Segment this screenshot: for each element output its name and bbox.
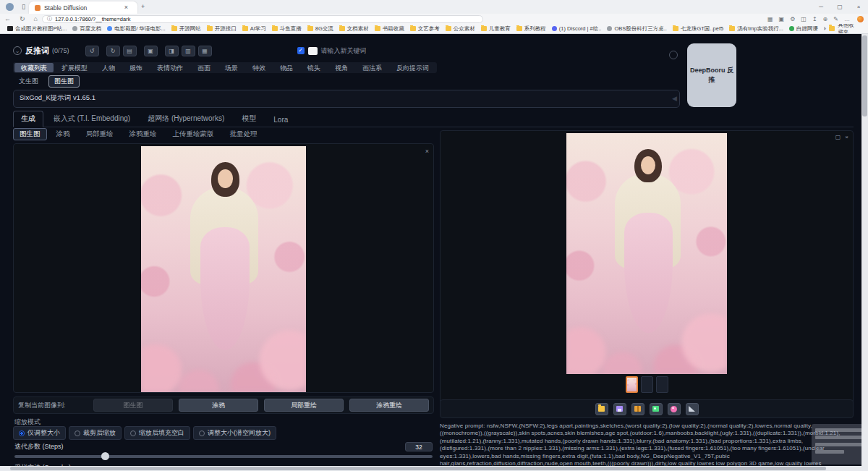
send-to-extras-button[interactable]	[686, 403, 699, 415]
refresh-icon[interactable]: ↻	[15, 15, 30, 22]
resize-mode-radio[interactable]: 调整大小(潜空间放大)	[193, 426, 276, 440]
horizontal-scrollbar-thumb[interactable]	[10, 467, 826, 470]
img2img-tab[interactable]: 涂鸦	[50, 128, 77, 140]
toolbar-action-icon[interactable]: ⚙	[787, 16, 798, 22]
main-tab[interactable]: 嵌入式 (T.I. Embedding)	[46, 111, 137, 127]
save-zip-button[interactable]	[631, 403, 644, 415]
prompt-tool-icon[interactable]: ▣	[144, 46, 158, 56]
category-tab[interactable]: 画面	[191, 63, 217, 72]
copy-target-button[interactable]: 涂鸦重绘	[349, 399, 429, 412]
copy-target-button[interactable]: 局部重绘	[264, 399, 344, 412]
bookmark-item[interactable]: OBS股份科打三方桌..	[604, 25, 670, 33]
category-tab[interactable]: 人物	[95, 63, 122, 72]
browser-profile-avatar[interactable]	[6, 3, 14, 11]
prompt-tool-icon[interactable]: ▥	[182, 46, 195, 56]
send-to-inpaint-button[interactable]	[668, 403, 681, 415]
bookmark-item[interactable]: 8G交流	[305, 25, 336, 33]
copy-target-button[interactable]: 涂鸦	[179, 399, 258, 412]
prompt-tool-icon[interactable]: ↺	[85, 46, 99, 56]
new-tab-button[interactable]: +	[137, 0, 148, 14]
category-tab[interactable]: 物品	[273, 63, 299, 72]
resize-mode-radio[interactable]: 缩放后填充空白	[124, 426, 190, 440]
save-button[interactable]	[613, 403, 626, 415]
copilot-icon[interactable]	[857, 16, 864, 22]
steps-slider[interactable]	[14, 455, 433, 458]
other-bookmarks-label[interactable]: 其他收藏夹	[838, 24, 858, 33]
prompt-input[interactable]: SixGod_K提示词 v1.65.1	[13, 90, 680, 108]
address-bar[interactable]: ⓘ 127.0.0.1:7860/?__theme=dark	[42, 15, 483, 23]
bookmark-item[interactable]: 电影截图/ 华语电影...	[104, 25, 168, 33]
prompt-collapse-icon[interactable]: ◀	[672, 95, 677, 102]
bookmark-item[interactable]: 开源网站	[169, 25, 204, 33]
steps-value-input[interactable]: 32	[405, 442, 433, 451]
category-tab[interactable]: 扩展模型	[55, 63, 94, 72]
img2img-tab[interactable]: 图生图	[13, 128, 47, 140]
bookmark-item[interactable]: 系列教程	[514, 25, 549, 33]
chevron-right-icon[interactable]: ›	[825, 25, 827, 32]
open-folder-button[interactable]	[595, 403, 608, 415]
category-tab[interactable]: 服饰	[123, 63, 149, 72]
back-icon[interactable]: ←	[0, 15, 15, 22]
collapse-icon[interactable]: ⌄	[13, 46, 22, 55]
category-tab[interactable]: 场景	[218, 63, 244, 72]
bookmark-item[interactable]: 文艺参考	[407, 25, 443, 33]
category-tab[interactable]: 视角	[328, 63, 354, 72]
toolbar-action-icon[interactable]: ⊕	[820, 16, 831, 22]
keyword-input[interactable]	[308, 47, 318, 55]
main-tab[interactable]: 超网络 (Hypernetworks)	[140, 111, 231, 127]
maximize-button[interactable]: ▢	[830, 0, 849, 14]
bookmark-item[interactable]: 文档素材	[336, 25, 372, 33]
clear-image-icon[interactable]: ×	[425, 148, 429, 155]
bookmark-item[interactable]: AI学习	[239, 25, 269, 33]
resize-mode-radio[interactable]: 仅调整大小	[13, 426, 66, 440]
send-to-img2img-button[interactable]	[650, 403, 663, 415]
result-image[interactable]	[566, 133, 727, 374]
emoji-icon[interactable]	[669, 51, 678, 59]
bookmark-item[interactable]: 白嫖网课	[786, 25, 821, 33]
gallery-thumbnail[interactable]	[656, 376, 668, 393]
vertical-tabs-icon[interactable]: ▯	[18, 0, 29, 14]
main-tab[interactable]: 模型	[234, 111, 263, 127]
deepbooru-interrogate-button[interactable]: DeepBooru 反推	[687, 43, 736, 107]
toolbar-action-icon[interactable]: ↥	[809, 16, 820, 22]
site-info-icon[interactable]: ⓘ	[47, 15, 52, 22]
bookmark-item[interactable]: 七龙珠GT国..pef5	[670, 25, 726, 33]
category-tab[interactable]: 表情动作	[150, 63, 190, 72]
bookmark-item[interactable]: (1) Discord | #绘..	[549, 25, 605, 33]
mode-tab[interactable]: 文生图	[13, 75, 44, 88]
fullscreen-icon[interactable]: ▢	[835, 134, 841, 140]
category-tab[interactable]: 反向提示词	[390, 63, 435, 72]
prompt-tool-icon[interactable]: ↻	[106, 46, 120, 56]
minimize-button[interactable]: ─	[812, 0, 830, 14]
slider-handle[interactable]	[101, 452, 109, 460]
img2img-tab[interactable]: 涂鸦重绘	[123, 128, 163, 140]
img2img-tab[interactable]: 批量处理	[224, 128, 264, 140]
bookmark-item[interactable]: 百度文档	[69, 25, 104, 33]
home-icon[interactable]: ⌂	[30, 15, 42, 22]
main-tab[interactable]: Lora	[266, 114, 295, 127]
toolbar-action-icon[interactable]: ◫	[798, 16, 809, 22]
toolbar-action-icon[interactable]: ✎	[830, 16, 841, 22]
category-tab[interactable]: 收藏列表	[14, 63, 54, 72]
bookmark-item[interactable]: 儿童教育	[478, 25, 514, 33]
bookmark-item[interactable]: 合成图片教程图P站...	[4, 25, 69, 33]
bookmark-item[interactable]: 汤有tmp实验我行...	[726, 25, 786, 33]
close-button[interactable]: ×	[849, 0, 868, 14]
bookmark-item[interactable]: 书籍收藏	[372, 25, 407, 33]
gallery-thumbnail[interactable]	[641, 376, 653, 393]
vertical-scrollbar-thumb[interactable]	[862, 35, 867, 116]
prompt-tool-icon[interactable]: ▤	[123, 46, 137, 56]
source-image-area[interactable]: ×	[13, 143, 434, 393]
toolbar-action-icon[interactable]: ▦	[765, 16, 776, 22]
keyword-checkbox[interactable]: ✓	[297, 47, 305, 54]
resize-mode-radio[interactable]: 裁剪后缩放	[69, 426, 122, 440]
prompt-tool-icon[interactable]: ▦	[198, 46, 212, 56]
copy-target-button[interactable]: 图生图	[93, 399, 173, 412]
horizontal-scrollbar[interactable]	[0, 466, 861, 471]
gallery-thumbnail-selected[interactable]	[626, 376, 638, 393]
category-tab[interactable]: 特效	[246, 63, 272, 72]
main-tab[interactable]: 生成	[13, 111, 43, 127]
img2img-tab[interactable]: 局部重绘	[80, 128, 120, 140]
close-preview-icon[interactable]: ×	[845, 134, 848, 140]
mode-tab[interactable]: 图生图	[48, 75, 80, 88]
